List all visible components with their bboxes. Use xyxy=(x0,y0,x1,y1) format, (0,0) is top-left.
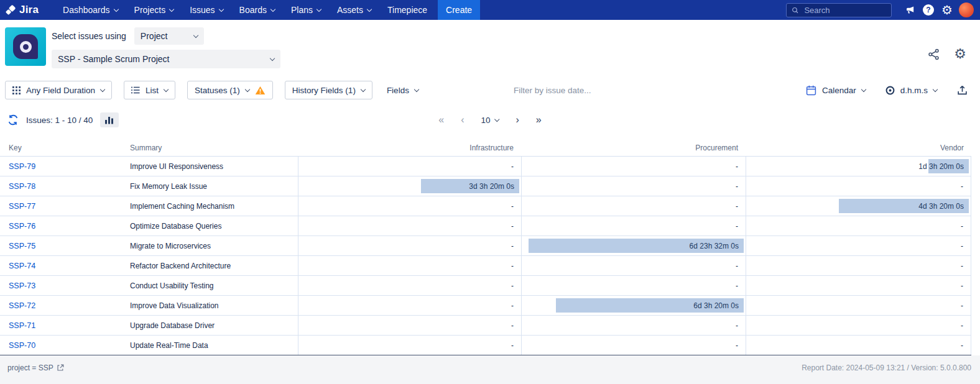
nav-item-label: Projects xyxy=(134,5,166,15)
empty-duration: - xyxy=(511,341,514,350)
issue-key-link[interactable]: SSP-78 xyxy=(9,182,35,191)
issue-source-value: Project xyxy=(141,31,168,41)
announcements-button[interactable] xyxy=(900,0,919,20)
duration-mode-button[interactable]: Any Field Duration xyxy=(5,81,112,99)
share-icon[interactable] xyxy=(927,48,940,61)
issue-key-link[interactable]: SSP-73 xyxy=(9,281,35,290)
issue-key-link[interactable]: SSP-71 xyxy=(9,321,35,330)
issue-date-filter-input[interactable] xyxy=(512,85,686,96)
issue-key-link[interactable]: SSP-72 xyxy=(9,301,35,310)
issue-key-cell: SSP-76 xyxy=(0,216,130,235)
statuses-button[interactable]: Statuses (1) xyxy=(187,81,273,99)
history-fields-label: History Fields (1) xyxy=(292,86,356,95)
nav-item-issues[interactable]: Issues xyxy=(182,0,231,20)
duration-cell-vendor: - xyxy=(746,176,971,196)
issue-key-link[interactable]: SSP-76 xyxy=(9,222,35,231)
nav-item-projects[interactable]: Projects xyxy=(126,0,182,20)
first-page-button[interactable]: « xyxy=(438,115,444,125)
settings-button[interactable]: ⚙ xyxy=(938,0,956,20)
calendar-label: Calendar xyxy=(822,86,856,95)
issue-key-link[interactable]: SSP-70 xyxy=(9,341,35,350)
chevron-down-icon xyxy=(414,86,419,91)
jira-logo[interactable]: Jira xyxy=(5,4,39,16)
chevron-down-icon xyxy=(113,6,118,11)
issue-key-cell: SSP-75 xyxy=(0,236,130,255)
issue-key-cell: SSP-74 xyxy=(0,256,130,275)
fields-button[interactable]: Fields xyxy=(384,81,421,99)
results-row: Issues: 1 - 10 / 40 « ‹ 10 › » xyxy=(0,106,980,134)
issue-key-link[interactable]: SSP-79 xyxy=(9,162,35,171)
issue-key-cell: SSP-78 xyxy=(0,176,130,196)
global-search[interactable] xyxy=(786,3,892,17)
duration-value: 6d 23h 32m 0s xyxy=(690,242,739,250)
duration-cell-infrastructure: - xyxy=(298,256,521,275)
nav-item-dashboards[interactable]: Dashboards xyxy=(55,0,126,20)
create-button[interactable]: Create xyxy=(438,0,480,20)
issue-key-cell: SSP-79 xyxy=(0,157,130,176)
grid-icon xyxy=(12,86,21,94)
chevron-down-icon xyxy=(100,86,105,91)
select-issues-label: Select issues using xyxy=(52,31,126,41)
help-icon: ? xyxy=(923,4,934,16)
chevron-down-icon xyxy=(861,86,866,91)
project-select[interactable]: SSP - Sample Scrum Project xyxy=(52,50,280,68)
timepiece-app-icon xyxy=(5,27,46,66)
column-header-summary: Summary xyxy=(130,144,298,152)
empty-duration: - xyxy=(736,162,738,171)
empty-duration: - xyxy=(736,321,738,330)
empty-duration: - xyxy=(511,242,514,250)
external-link-icon xyxy=(57,364,64,372)
nav-menu: DashboardsProjectsIssuesBoardsPlansAsset… xyxy=(55,0,435,20)
issue-source-selectors: Select issues using Project SSP - Sample… xyxy=(52,27,280,68)
nav-item-assets[interactable]: Assets xyxy=(329,0,379,20)
nav-item-timepiece[interactable]: Timepiece xyxy=(379,0,435,20)
previous-page-button[interactable]: ‹ xyxy=(461,115,464,125)
duration-cell-vendor: - xyxy=(746,256,971,275)
refresh-icon[interactable] xyxy=(7,114,19,126)
report-settings-gear-icon[interactable]: ⚙ xyxy=(954,47,966,61)
duration-cell-infrastructure: - xyxy=(298,236,521,255)
issue-summary-cell: Optimize Database Queries xyxy=(130,216,298,235)
duration-cell-infrastructure: - xyxy=(298,196,521,216)
issue-key-link[interactable]: SSP-77 xyxy=(9,202,35,211)
export-button[interactable] xyxy=(955,81,970,99)
filter-query-link[interactable]: project = SSP xyxy=(7,363,64,372)
last-page-button[interactable]: » xyxy=(536,115,542,125)
nav-item-label: Boards xyxy=(239,5,267,15)
empty-duration: - xyxy=(511,162,514,171)
nav-item-plans[interactable]: Plans xyxy=(283,0,329,20)
issue-summary-cell: Implement Caching Mechanism xyxy=(130,196,298,216)
search-input[interactable] xyxy=(803,5,886,16)
calendar-button[interactable]: Calendar xyxy=(803,81,868,99)
issue-summary-cell: Upgrade Database Driver xyxy=(130,316,298,335)
duration-cell-procurement: - xyxy=(521,216,746,235)
chevron-down-icon xyxy=(164,86,169,91)
help-button[interactable]: ? xyxy=(919,0,938,20)
issue-key-link[interactable]: SSP-74 xyxy=(9,262,35,270)
user-avatar[interactable] xyxy=(959,2,974,17)
chart-view-button[interactable] xyxy=(100,112,119,127)
duration-cell-infrastructure: - xyxy=(298,276,521,295)
table-row: SSP-76Optimize Database Queries--- xyxy=(0,216,971,236)
page-size-select[interactable]: 10 xyxy=(481,116,499,125)
jira-logo-icon xyxy=(5,4,16,16)
time-format-button[interactable]: d.h.m.s xyxy=(883,81,940,99)
duration-cell-vendor: - xyxy=(746,316,971,335)
table-header: Key Summary Infrastructure Procurement V… xyxy=(0,139,971,157)
issue-key-link[interactable]: SSP-75 xyxy=(9,242,35,250)
next-page-button[interactable]: › xyxy=(516,115,519,125)
empty-duration: - xyxy=(961,341,963,350)
duration-cell-procurement: - xyxy=(521,176,746,196)
view-mode-button[interactable]: List xyxy=(124,81,175,99)
empty-duration: - xyxy=(736,262,738,270)
nav-item-label: Issues xyxy=(190,5,215,15)
issue-source-select[interactable]: Project xyxy=(134,27,204,45)
nav-item-boards[interactable]: Boards xyxy=(231,0,283,20)
issue-key-cell: SSP-71 xyxy=(0,316,130,335)
history-fields-button[interactable]: History Fields (1) xyxy=(285,81,372,99)
duration-cell-procurement: - xyxy=(521,336,746,355)
timepiece-logo-ring xyxy=(20,41,32,53)
table-row: SSP-77Implement Caching Mechanism--4d 3h… xyxy=(0,196,971,216)
toolbar-right-group: Calendar d.h.m.s xyxy=(803,81,970,99)
issues-table: Key Summary Infrastructure Procurement V… xyxy=(0,139,971,355)
